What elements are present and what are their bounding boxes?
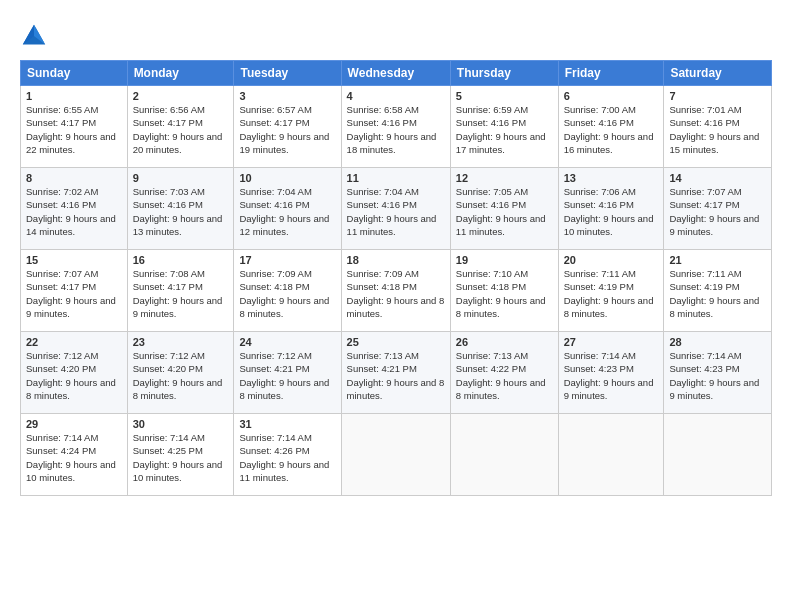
day-cell: 5Sunrise: 6:59 AMSunset: 4:16 PMDaylight… <box>450 86 558 168</box>
day-number: 14 <box>669 172 766 184</box>
header-cell-sunday: Sunday <box>21 61 128 86</box>
day-number: 1 <box>26 90 122 102</box>
day-info: Sunrise: 6:56 AMSunset: 4:17 PMDaylight:… <box>133 103 229 156</box>
day-info: Sunrise: 7:02 AMSunset: 4:16 PMDaylight:… <box>26 185 122 238</box>
day-number: 22 <box>26 336 122 348</box>
day-cell: 3Sunrise: 6:57 AMSunset: 4:17 PMDaylight… <box>234 86 341 168</box>
day-info: Sunrise: 7:04 AMSunset: 4:16 PMDaylight:… <box>239 185 335 238</box>
day-cell: 24Sunrise: 7:12 AMSunset: 4:21 PMDayligh… <box>234 332 341 414</box>
day-info: Sunrise: 6:58 AMSunset: 4:16 PMDaylight:… <box>347 103 445 156</box>
day-cell: 14Sunrise: 7:07 AMSunset: 4:17 PMDayligh… <box>664 168 772 250</box>
day-number: 2 <box>133 90 229 102</box>
day-info: Sunrise: 7:13 AMSunset: 4:22 PMDaylight:… <box>456 349 553 402</box>
day-number: 31 <box>239 418 335 430</box>
day-info: Sunrise: 7:10 AMSunset: 4:18 PMDaylight:… <box>456 267 553 320</box>
day-cell: 26Sunrise: 7:13 AMSunset: 4:22 PMDayligh… <box>450 332 558 414</box>
day-number: 21 <box>669 254 766 266</box>
header <box>20 18 772 50</box>
day-info: Sunrise: 7:09 AMSunset: 4:18 PMDaylight:… <box>347 267 445 320</box>
day-cell: 10Sunrise: 7:04 AMSunset: 4:16 PMDayligh… <box>234 168 341 250</box>
day-info: Sunrise: 7:14 AMSunset: 4:23 PMDaylight:… <box>669 349 766 402</box>
header-cell-monday: Monday <box>127 61 234 86</box>
day-number: 3 <box>239 90 335 102</box>
day-cell: 8Sunrise: 7:02 AMSunset: 4:16 PMDaylight… <box>21 168 128 250</box>
day-cell <box>558 414 664 496</box>
day-number: 7 <box>669 90 766 102</box>
day-number: 13 <box>564 172 659 184</box>
day-cell: 30Sunrise: 7:14 AMSunset: 4:25 PMDayligh… <box>127 414 234 496</box>
day-number: 23 <box>133 336 229 348</box>
week-row-2: 8Sunrise: 7:02 AMSunset: 4:16 PMDaylight… <box>21 168 772 250</box>
header-cell-tuesday: Tuesday <box>234 61 341 86</box>
day-number: 30 <box>133 418 229 430</box>
day-cell: 13Sunrise: 7:06 AMSunset: 4:16 PMDayligh… <box>558 168 664 250</box>
day-number: 15 <box>26 254 122 266</box>
day-number: 19 <box>456 254 553 266</box>
day-cell: 6Sunrise: 7:00 AMSunset: 4:16 PMDaylight… <box>558 86 664 168</box>
day-info: Sunrise: 7:11 AMSunset: 4:19 PMDaylight:… <box>669 267 766 320</box>
day-cell: 17Sunrise: 7:09 AMSunset: 4:18 PMDayligh… <box>234 250 341 332</box>
page: SundayMondayTuesdayWednesdayThursdayFrid… <box>0 0 792 612</box>
day-info: Sunrise: 7:13 AMSunset: 4:21 PMDaylight:… <box>347 349 445 402</box>
day-cell: 31Sunrise: 7:14 AMSunset: 4:26 PMDayligh… <box>234 414 341 496</box>
day-cell: 18Sunrise: 7:09 AMSunset: 4:18 PMDayligh… <box>341 250 450 332</box>
day-number: 11 <box>347 172 445 184</box>
day-cell: 15Sunrise: 7:07 AMSunset: 4:17 PMDayligh… <box>21 250 128 332</box>
day-cell: 11Sunrise: 7:04 AMSunset: 4:16 PMDayligh… <box>341 168 450 250</box>
day-number: 6 <box>564 90 659 102</box>
day-info: Sunrise: 7:07 AMSunset: 4:17 PMDaylight:… <box>26 267 122 320</box>
day-number: 27 <box>564 336 659 348</box>
day-info: Sunrise: 7:05 AMSunset: 4:16 PMDaylight:… <box>456 185 553 238</box>
day-cell <box>341 414 450 496</box>
calendar-body: 1Sunrise: 6:55 AMSunset: 4:17 PMDaylight… <box>21 86 772 496</box>
day-info: Sunrise: 7:08 AMSunset: 4:17 PMDaylight:… <box>133 267 229 320</box>
day-cell: 27Sunrise: 7:14 AMSunset: 4:23 PMDayligh… <box>558 332 664 414</box>
header-cell-friday: Friday <box>558 61 664 86</box>
day-number: 8 <box>26 172 122 184</box>
day-cell: 21Sunrise: 7:11 AMSunset: 4:19 PMDayligh… <box>664 250 772 332</box>
day-number: 25 <box>347 336 445 348</box>
day-info: Sunrise: 6:59 AMSunset: 4:16 PMDaylight:… <box>456 103 553 156</box>
day-number: 12 <box>456 172 553 184</box>
week-row-1: 1Sunrise: 6:55 AMSunset: 4:17 PMDaylight… <box>21 86 772 168</box>
day-cell: 20Sunrise: 7:11 AMSunset: 4:19 PMDayligh… <box>558 250 664 332</box>
week-row-5: 29Sunrise: 7:14 AMSunset: 4:24 PMDayligh… <box>21 414 772 496</box>
day-cell <box>664 414 772 496</box>
calendar-header: SundayMondayTuesdayWednesdayThursdayFrid… <box>21 61 772 86</box>
day-cell: 4Sunrise: 6:58 AMSunset: 4:16 PMDaylight… <box>341 86 450 168</box>
day-info: Sunrise: 7:12 AMSunset: 4:21 PMDaylight:… <box>239 349 335 402</box>
day-number: 17 <box>239 254 335 266</box>
day-cell: 16Sunrise: 7:08 AMSunset: 4:17 PMDayligh… <box>127 250 234 332</box>
day-info: Sunrise: 7:04 AMSunset: 4:16 PMDaylight:… <box>347 185 445 238</box>
week-row-4: 22Sunrise: 7:12 AMSunset: 4:20 PMDayligh… <box>21 332 772 414</box>
day-cell: 7Sunrise: 7:01 AMSunset: 4:16 PMDaylight… <box>664 86 772 168</box>
day-info: Sunrise: 7:01 AMSunset: 4:16 PMDaylight:… <box>669 103 766 156</box>
day-cell: 22Sunrise: 7:12 AMSunset: 4:20 PMDayligh… <box>21 332 128 414</box>
logo <box>20 22 52 50</box>
day-cell: 25Sunrise: 7:13 AMSunset: 4:21 PMDayligh… <box>341 332 450 414</box>
day-cell <box>450 414 558 496</box>
day-info: Sunrise: 7:11 AMSunset: 4:19 PMDaylight:… <box>564 267 659 320</box>
header-cell-thursday: Thursday <box>450 61 558 86</box>
day-number: 5 <box>456 90 553 102</box>
day-number: 26 <box>456 336 553 348</box>
day-number: 10 <box>239 172 335 184</box>
day-cell: 9Sunrise: 7:03 AMSunset: 4:16 PMDaylight… <box>127 168 234 250</box>
day-info: Sunrise: 7:14 AMSunset: 4:23 PMDaylight:… <box>564 349 659 402</box>
day-number: 16 <box>133 254 229 266</box>
day-info: Sunrise: 6:57 AMSunset: 4:17 PMDaylight:… <box>239 103 335 156</box>
day-number: 29 <box>26 418 122 430</box>
day-info: Sunrise: 7:00 AMSunset: 4:16 PMDaylight:… <box>564 103 659 156</box>
day-info: Sunrise: 7:12 AMSunset: 4:20 PMDaylight:… <box>133 349 229 402</box>
day-cell: 29Sunrise: 7:14 AMSunset: 4:24 PMDayligh… <box>21 414 128 496</box>
calendar-table: SundayMondayTuesdayWednesdayThursdayFrid… <box>20 60 772 496</box>
header-row: SundayMondayTuesdayWednesdayThursdayFrid… <box>21 61 772 86</box>
day-number: 4 <box>347 90 445 102</box>
day-cell: 23Sunrise: 7:12 AMSunset: 4:20 PMDayligh… <box>127 332 234 414</box>
day-info: Sunrise: 7:03 AMSunset: 4:16 PMDaylight:… <box>133 185 229 238</box>
day-info: Sunrise: 7:09 AMSunset: 4:18 PMDaylight:… <box>239 267 335 320</box>
day-cell: 28Sunrise: 7:14 AMSunset: 4:23 PMDayligh… <box>664 332 772 414</box>
header-cell-saturday: Saturday <box>664 61 772 86</box>
day-info: Sunrise: 7:14 AMSunset: 4:24 PMDaylight:… <box>26 431 122 484</box>
logo-icon <box>20 22 48 50</box>
